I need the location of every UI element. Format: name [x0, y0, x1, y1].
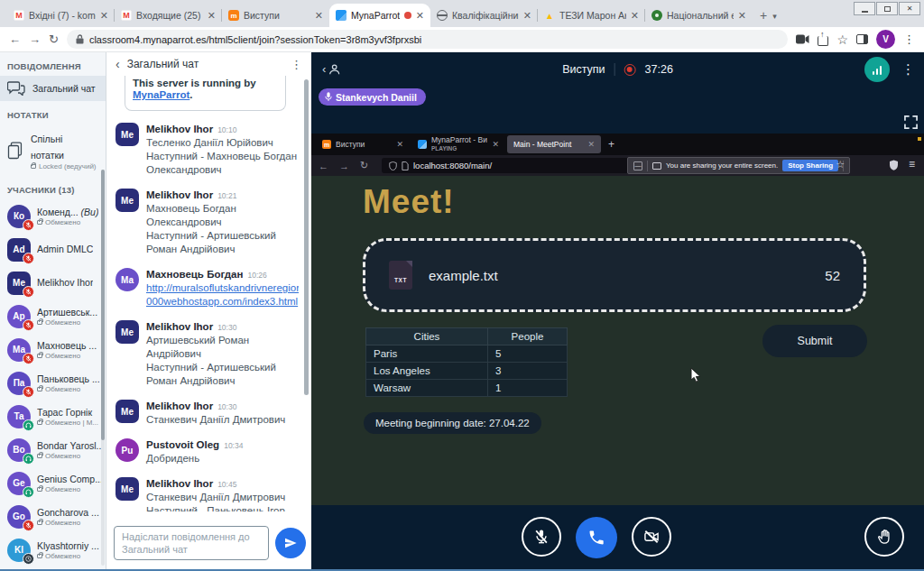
minimize-button[interactable] [854, 2, 875, 15]
tab-close-icon[interactable]: ✕ [100, 10, 108, 22]
browser-tab[interactable]: MВхідні (7) - komend✕ [7, 4, 115, 27]
mic-muted-icon [532, 528, 550, 546]
notice-minimize-icon[interactable]: — [633, 161, 642, 170]
connection-status-icon[interactable] [864, 57, 890, 82]
tab-recording-dot [404, 12, 411, 19]
browser-menu-icon[interactable]: ⋮ [903, 32, 915, 46]
leave-audio-button[interactable] [576, 517, 617, 558]
participant-row[interactable]: TaТарас ГорнікОбмежено | M... [0, 400, 106, 433]
tab-close-icon[interactable]: ✕ [523, 10, 531, 22]
chat-options-icon[interactable]: ⋮ [291, 58, 302, 71]
sidebar-item-shared-notes[interactable]: Спільні нотатки Locked (ведучий) [0, 124, 106, 176]
bookmark-star-icon[interactable]: ☆ [836, 32, 848, 47]
tab-close-icon[interactable]: ✕ [492, 140, 499, 149]
sidebar-item-public-chat[interactable]: Загальний чат [0, 76, 106, 101]
people-cell: 3 [488, 363, 568, 380]
tab-close-icon[interactable]: ✕ [315, 10, 323, 22]
sidebar-scrollbar[interactable] [101, 170, 105, 566]
message-time: 10:10 [217, 125, 236, 134]
lock-icon [76, 34, 84, 44]
tab-close-icon[interactable]: ✕ [208, 10, 216, 22]
tab-close-icon[interactable]: ✕ [416, 10, 424, 22]
browser-tab[interactable]: ▲ТЕЗИ Марон Анас✕ [538, 4, 645, 27]
tab-close-icon[interactable]: ✕ [631, 10, 639, 22]
table-row: Los Angeles3 [366, 363, 568, 380]
participant-row[interactable]: МаМахновець ...Обмежено [0, 333, 106, 366]
welcome-link[interactable]: MynaParrot [133, 89, 189, 100]
browser-tab[interactable]: mВиступи✕ [222, 4, 329, 27]
participant-row[interactable]: GoGoncharova ...Обмежено [0, 500, 106, 533]
participant-row[interactable]: ПаПаньковець ...Обмежено [0, 366, 106, 400]
speaker-name: Stankevych Daniil [336, 92, 417, 103]
tab-search-chevron-icon[interactable]: ▾ [772, 12, 777, 21]
address-bar[interactable]: classroom4.mynaparrot.es/html5client/joi… [67, 30, 789, 49]
tab-title: Кваліфікаційний р [452, 10, 519, 21]
share-icon[interactable] [818, 36, 828, 46]
tab-close-icon[interactable]: ✕ [396, 140, 403, 149]
browser-tab[interactable]: Кваліфікаційний р✕ [430, 4, 538, 27]
firefox-new-tab-button[interactable]: + [608, 138, 614, 151]
profile-avatar[interactable]: V [876, 30, 895, 49]
participant-row[interactable]: BoBondar Yarosl...Обмежено [0, 433, 106, 466]
firefox-back-icon[interactable]: ← [319, 161, 328, 171]
participant-row[interactable]: GeGenius Comp...Обмежено [0, 466, 106, 500]
firefox-bookmark-star-icon[interactable]: ☆ [836, 159, 845, 170]
file-count: 52 [825, 268, 840, 283]
participant-status: Обмежено [37, 519, 99, 527]
meeting-action-bar [311, 505, 924, 569]
chat-message: MeMelikhov Ihor10:21Махновець Богдан Оле… [116, 189, 299, 256]
participant-status: Обмежено | M... [37, 419, 98, 427]
forward-button[interactable]: → [29, 32, 41, 46]
videocam-icon[interactable] [796, 34, 809, 44]
tab-title: Виступи [244, 10, 310, 21]
participants-list: КоКоменд... (Ви)ОбмеженоAdAdmin DMLCMeMe… [0, 199, 106, 569]
phone-icon [587, 529, 605, 547]
close-button[interactable]: ✕ [899, 2, 920, 15]
firefox-address-bar[interactable]: localhost:8080/main/ [382, 158, 652, 173]
raise-hand-button[interactable] [864, 517, 904, 557]
file-drop-zone[interactable]: TXT example.txt 52 [363, 238, 866, 312]
participant-row[interactable]: КоКоменд... (Ви)Обмежено [0, 199, 106, 233]
firefox-reload-icon[interactable]: ↻ [360, 160, 368, 171]
send-message-button[interactable] [275, 528, 306, 558]
firefox-tab[interactable]: Main - MeetPoint✕ [507, 135, 601, 153]
message-avatar: Me [116, 320, 139, 344]
reload-button[interactable]: ↻ [49, 32, 59, 46]
tab-close-icon[interactable]: ✕ [587, 140, 595, 149]
recording-indicator-icon[interactable] [624, 64, 636, 76]
participant-row[interactable]: KlKlyashtorniy ...Обмежено [0, 533, 106, 566]
participant-row[interactable]: MeMelikhov Ihor [0, 266, 106, 299]
firefox-tab[interactable]: MynaParrot - ВиступиPLAYING✕ [411, 135, 505, 153]
firefox-forward-icon[interactable]: → [339, 161, 349, 171]
toggle-userlist-button[interactable]: ‹ [322, 62, 341, 77]
share-webcam-button[interactable] [632, 517, 671, 557]
chat-message-list[interactable]: This server is running by MynaParrot. Me… [116, 76, 299, 511]
tab-close-icon[interactable]: ✕ [738, 10, 746, 22]
participant-row[interactable]: AdAdmin DMLC [0, 233, 106, 266]
browser-tab[interactable]: Національний ек✕ [645, 4, 753, 27]
mic-off-badge-icon [23, 253, 34, 264]
back-button[interactable]: ← [9, 32, 21, 46]
meeting-options-icon[interactable]: ⋮ [901, 61, 915, 78]
message-link[interactable]: http://muralsoflutskandrivneregion.000we… [146, 281, 299, 309]
tab-title: ТЕЗИ Марон Анас [559, 10, 626, 21]
firefox-tab[interactable]: mВиступи✕ [316, 135, 410, 153]
chat-message-input[interactable]: Надіслати повідомлення до Загальний чат [114, 526, 269, 560]
fullscreen-icon[interactable] [904, 115, 918, 129]
unmute-microphone-button[interactable] [522, 517, 561, 557]
submit-button[interactable]: Submit [762, 325, 867, 357]
stop-sharing-button[interactable]: Stop Sharing [782, 160, 838, 171]
participant-row[interactable]: АрАртишевськ...Обмежено [0, 299, 106, 333]
maximize-button[interactable] [876, 2, 898, 15]
side-panel-icon[interactable] [856, 34, 868, 44]
browser-tab[interactable]: MynaParrot - B✕ [329, 4, 430, 27]
protection-shield-icon[interactable] [889, 160, 899, 170]
participant-name: Артишевськ... [37, 307, 97, 318]
chat-back-button[interactable]: ‹ [116, 57, 120, 71]
chat-message: MeMelikhov Ihor10:10Тесленко Даніїл Юрій… [116, 123, 299, 177]
browser-tab[interactable]: MВходящие (25) - ko✕ [115, 4, 222, 27]
firefox-menu-icon[interactable]: ≡ [909, 158, 915, 170]
headphones-badge-icon [23, 453, 34, 465]
chat-scrollbar[interactable] [304, 79, 309, 395]
new-tab-button[interactable]: + [760, 8, 767, 23]
